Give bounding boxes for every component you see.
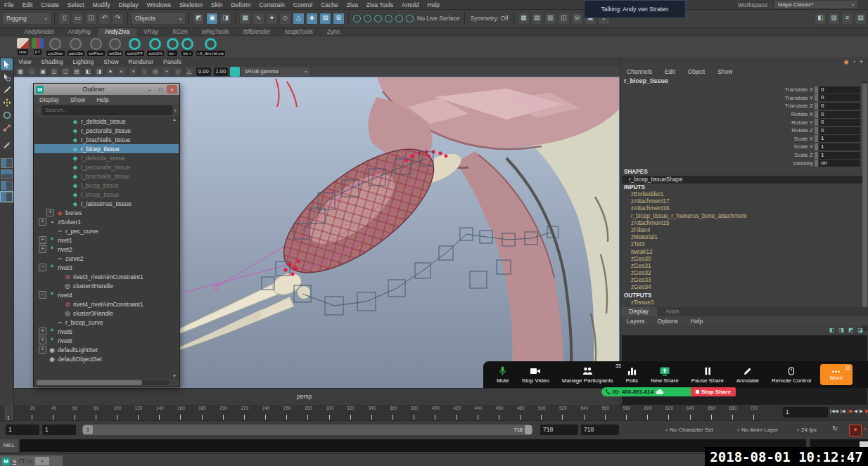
shelf-tab[interactable]: lxRigTools: [195, 28, 236, 37]
viewport-toolbar-icon[interactable]: ▦: [15, 67, 25, 77]
scroll-up-icon[interactable]: ▲: [172, 117, 177, 122]
shelf-item[interactable]: cycShar: [46, 38, 65, 56]
channel-row[interactable]: Visibility on: [698, 159, 860, 167]
layout-two-pane-button[interactable]: [1, 181, 13, 190]
outliner-item[interactable]: + ◉ defaultLightSet: [34, 345, 179, 354]
minimized-window-titlebar[interactable]: M S ❒ ▭ ×: [0, 455, 63, 466]
channel-slider[interactable]: [815, 135, 818, 142]
shelf-tab[interactable]: VRay: [136, 28, 165, 37]
polls-button[interactable]: Polls: [620, 361, 644, 388]
snap-icon[interactable]: ●: [266, 13, 278, 25]
panel-menu-item[interactable]: Panels: [158, 58, 186, 65]
maximize-button[interactable]: □: [155, 85, 166, 93]
input-node[interactable]: zGeo31: [624, 263, 860, 270]
character-set-dropdown[interactable]: No Character Set: [665, 425, 713, 435]
sidebar-toggle-icon[interactable]: ◧: [815, 13, 826, 25]
workspace-dropdown[interactable]: Maya Classic*: [774, 0, 858, 9]
viewport-toolbar-icon[interactable]: ◫: [49, 67, 59, 77]
selected-node-name[interactable]: r_bicep_tissue: [624, 77, 668, 84]
outliner-item[interactable]: ◈ r_brachialis_tissue: [34, 135, 179, 144]
playback-button[interactable]: |◀: [840, 408, 846, 415]
close-button[interactable]: ×: [167, 85, 177, 93]
input-node[interactable]: zAttachment16: [624, 205, 860, 212]
outliner-item[interactable]: ◈ l_pectoralis_tissue: [34, 162, 179, 171]
menu-item[interactable]: Create: [37, 1, 63, 8]
viewport-toolbar-icon[interactable]: ◑: [128, 67, 138, 77]
channel-row[interactable]: Rotate X 0: [698, 110, 860, 119]
new-share-button[interactable]: New Share: [644, 361, 685, 388]
outliner-item[interactable]: − * rivet4: [34, 290, 179, 299]
snap-icon[interactable]: ◈: [306, 13, 318, 25]
channel-row[interactable]: Translate Z 0: [698, 102, 860, 110]
snap-icon[interactable]: ▦: [239, 13, 251, 25]
outliner-item[interactable]: + * rivet2: [34, 245, 179, 254]
command-input[interactable]: [20, 439, 806, 452]
selection-mask-icon[interactable]: ▣: [206, 13, 218, 25]
display-toggle-icon[interactable]: ▥: [544, 13, 556, 25]
range-slider-handle[interactable]: 1: [83, 425, 93, 434]
playback-end-field[interactable]: 718: [540, 425, 578, 435]
channel-menu-item[interactable]: Show: [711, 68, 739, 75]
sidebar-toggle-icon[interactable]: ≡: [841, 13, 853, 25]
restore-window-icon[interactable]: ❒: [19, 458, 24, 465]
menu-item[interactable]: Control: [289, 1, 317, 8]
input-node[interactable]: tweak12: [624, 249, 860, 256]
input-node[interactable]: zAttachment17: [624, 198, 860, 205]
playback-button[interactable]: ▶: [859, 408, 864, 415]
panel-menu-item[interactable]: Show: [98, 58, 123, 65]
live-surface-label[interactable]: No Live Surface: [417, 15, 459, 22]
layer-tab[interactable]: Display: [620, 307, 657, 316]
expander-icon[interactable]: +: [39, 328, 46, 335]
layout-four-pane-button[interactable]: [1, 169, 13, 179]
mute-button[interactable]: Mute: [490, 361, 516, 388]
snap-icon[interactable]: ▤: [319, 13, 331, 25]
range-slider-track[interactable]: 1 718: [82, 425, 533, 435]
viewport-toolbar-icon[interactable]: ◨: [94, 67, 104, 77]
panel-menu-item[interactable]: View: [13, 58, 36, 65]
channel-slider[interactable]: [815, 86, 818, 93]
menu-item[interactable]: Skin: [207, 1, 227, 8]
viewport-toolbar-icon[interactable]: ◻: [60, 67, 70, 77]
exposure-field[interactable]: 0.00: [196, 67, 211, 76]
panel-menu-item[interactable]: Lighting: [68, 58, 98, 65]
channel-menu-item[interactable]: Channels: [620, 68, 658, 75]
outliner-item[interactable]: + * rivet5: [34, 327, 179, 336]
selection-mask-icon[interactable]: ◩: [193, 13, 205, 25]
construction-history-icon[interactable]: [395, 15, 403, 22]
menu-item[interactable]: Modify: [89, 1, 115, 8]
outliner-item[interactable]: ◈ l_bicep_tissue: [34, 181, 179, 190]
channel-value[interactable]: 1: [819, 135, 860, 142]
current-frame-field[interactable]: 1: [783, 407, 828, 418]
channel-row[interactable]: Scale X 1: [698, 135, 860, 143]
input-node[interactable]: zMaterial1: [624, 234, 860, 241]
panel-menu-item[interactable]: Shading: [36, 58, 68, 65]
outliner-item[interactable]: + ◆ bones: [34, 208, 179, 217]
display-toggle-icon[interactable]: ▦: [518, 13, 530, 25]
remote-control-button[interactable]: Remote Control: [765, 361, 817, 388]
playback-button[interactable]: |◀: [846, 408, 853, 415]
pause-share-button[interactable]: Pause Share: [685, 361, 730, 388]
input-node[interactable]: zGeo32: [624, 270, 860, 277]
outliner-item[interactable]: ⊘ rivet3_rivetAimConstraint1: [34, 272, 179, 281]
shelf-tab[interactable]: AndyZiva: [98, 28, 136, 37]
outliner-item[interactable]: ◎ cluster3Handle: [34, 309, 179, 318]
channel-slider[interactable]: [815, 111, 818, 118]
anim-layer-dropdown[interactable]: No Anim Layer: [737, 425, 778, 435]
file-toolbar-icon[interactable]: ▭: [72, 13, 84, 25]
shelf-item[interactable]: tet +: [181, 38, 193, 56]
viewport-toolbar-icon[interactable]: +: [162, 67, 172, 77]
channel-value[interactable]: on: [819, 160, 860, 167]
lasso-tool[interactable]: [1, 71, 13, 83]
expander-icon[interactable]: −: [39, 291, 46, 299]
viewport-toolbar-icon[interactable]: ▣: [38, 67, 48, 77]
vertical-scrollbar[interactable]: [862, 81, 867, 331]
construction-history-icon[interactable]: [364, 15, 371, 22]
layer-icon[interactable]: ◪: [857, 327, 863, 333]
outliner-item[interactable]: ⊘ rivet4_rivetAimConstraint1: [34, 299, 179, 309]
layout-outliner-persp-button[interactable]: [1, 192, 13, 202]
mel-label[interactable]: MEL: [0, 439, 18, 452]
output-node[interactable]: zTissue3: [624, 299, 860, 306]
channel-value[interactable]: 0: [819, 103, 860, 110]
channel-row[interactable]: Translate X 0: [698, 86, 860, 94]
construction-history-icon[interactable]: [406, 15, 414, 22]
